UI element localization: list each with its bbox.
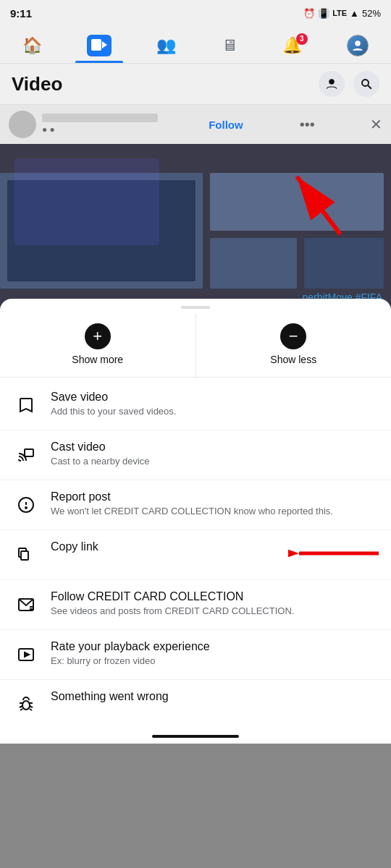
more-options-button[interactable]: ••• (300, 116, 315, 133)
cast-icon (12, 441, 41, 469)
bottom-sheet: + Show more − Show less Save video Add t… (0, 299, 391, 744)
toggle-row: + Show more − Show less (0, 313, 391, 378)
minus-icon: − (280, 323, 306, 349)
svg-rect-19 (21, 551, 28, 560)
report-post-title: Report post (51, 490, 379, 503)
report-post-item[interactable]: Report post We won't let CREDIT CARD COL… (0, 480, 391, 530)
svg-rect-11 (304, 238, 384, 289)
battery-icon: 52% (362, 8, 381, 19)
svg-point-4 (362, 80, 369, 86)
svg-rect-14 (25, 449, 33, 456)
svg-rect-8 (7, 180, 196, 281)
sidebar-item-friends[interactable]: 👥 (145, 33, 188, 58)
network-icon: LTE (332, 9, 347, 17)
something-wrong-title: Something went wrong (51, 690, 379, 703)
alarm-icon: ⏰ (303, 8, 315, 19)
copy-link-title: Copy link (51, 540, 379, 553)
report-icon (12, 490, 41, 519)
video-content (0, 144, 391, 307)
follow-collection-text: Follow CREDIT CARD COLLECTION See videos… (51, 590, 379, 618)
rate-playback-item[interactable]: Rate your playback experience Ex: blurry… (0, 630, 391, 680)
marketplace-icon: 🖥 (222, 36, 237, 55)
cast-video-text: Cast video Cast to a nearby device (51, 441, 379, 468)
plus-icon: + (85, 323, 111, 349)
post-user-text: ● ● (42, 114, 158, 135)
cast-video-item[interactable]: Cast video Cast to a nearby device (0, 430, 391, 480)
avatar (347, 35, 369, 56)
home-indicator (0, 729, 391, 744)
svg-marker-1 (102, 41, 107, 48)
follow-collection-item[interactable]: Follow CREDIT CARD COLLECTION See videos… (0, 580, 391, 630)
link-icon (12, 540, 41, 569)
sidebar-item-profile[interactable] (335, 32, 380, 59)
rate-playback-title: Rate your playback experience (51, 640, 379, 653)
svg-line-32 (20, 709, 22, 710)
video-background: perhitMove #FIFA (0, 144, 391, 307)
svg-line-5 (368, 85, 371, 89)
follow-collection-desc: See videos and posts from CREDIT CARD CO… (51, 605, 379, 618)
rate-playback-desc: Ex: blurry or frozen video (51, 655, 379, 668)
svg-line-31 (30, 706, 33, 707)
svg-point-2 (355, 41, 361, 46)
bug-icon (12, 690, 41, 719)
svg-point-27 (22, 701, 30, 710)
play-icon (12, 640, 41, 669)
sidebar-item-home[interactable]: 🏠 (11, 33, 54, 58)
post-avatar (9, 111, 36, 138)
save-video-desc: Add this to your saved videos. (51, 405, 379, 418)
status-icons: ⏰ 📳 LTE ▲ 52% (303, 8, 381, 19)
follow-button[interactable]: Follow (209, 119, 243, 131)
search-button[interactable] (353, 71, 379, 97)
header-icons (319, 71, 379, 97)
cast-video-title: Cast video (51, 441, 379, 454)
rate-playback-text: Rate your playback experience Ex: blurry… (51, 640, 379, 668)
bookmark-icon (12, 391, 41, 420)
post-username (42, 114, 158, 122)
menu-list: Save video Add this to your saved videos… (0, 380, 391, 729)
sidebar-item-marketplace[interactable]: 🖥 (210, 33, 249, 58)
post-meta: ● ● (42, 124, 55, 135)
copy-link-item[interactable]: Copy link (0, 530, 391, 580)
show-more-button[interactable]: + Show more (0, 313, 196, 377)
cast-video-desc: Cast to a nearby device (51, 455, 379, 468)
friends-icon: 👥 (156, 36, 176, 55)
account-button[interactable] (319, 71, 345, 97)
follow-icon (12, 590, 41, 619)
nav-bar: 🏠 👥 🖥 🔔 3 (0, 26, 391, 64)
show-less-button[interactable]: − Show less (196, 313, 392, 377)
video-icon (87, 35, 112, 56)
notification-badge: 3 (296, 33, 308, 45)
drag-handle (181, 306, 210, 309)
status-bar: 9:11 ⏰ 📳 LTE ▲ 52% (0, 0, 391, 26)
save-video-item[interactable]: Save video Add this to your saved videos… (0, 380, 391, 430)
sidebar-item-video[interactable] (75, 32, 123, 59)
copy-link-text: Copy link (51, 540, 379, 555)
svg-point-17 (25, 507, 27, 509)
svg-rect-10 (210, 238, 297, 289)
show-less-label: Show less (270, 354, 316, 365)
svg-marker-26 (25, 652, 29, 657)
home-icon: 🏠 (22, 36, 42, 55)
sheet-handle (0, 299, 391, 313)
svg-point-3 (329, 79, 335, 85)
report-post-text: Report post We won't let CREDIT CARD COL… (51, 490, 379, 518)
close-button[interactable]: ✕ (370, 116, 382, 133)
follow-collection-title: Follow CREDIT CARD COLLECTION (51, 590, 379, 603)
video-post-header: ● ● Follow ••• ✕ (0, 105, 391, 144)
show-more-label: Show more (72, 354, 123, 365)
post-user-info: ● ● (9, 111, 158, 138)
signal-icon: ▲ (350, 8, 359, 19)
svg-rect-0 (91, 39, 101, 51)
save-video-title: Save video (51, 391, 379, 404)
page-title: Video (12, 73, 62, 95)
something-wrong-item[interactable]: Something went wrong (0, 680, 391, 729)
sidebar-item-notifications[interactable]: 🔔 3 (271, 33, 314, 58)
svg-line-30 (20, 706, 22, 707)
video-area: ● ● Follow ••• ✕ perhitMove #FIFA (0, 105, 391, 307)
home-bar (152, 735, 239, 738)
report-post-desc: We won't let CREDIT CARD COLLECTION know… (51, 505, 379, 518)
status-time: 9:11 (10, 7, 32, 20)
svg-rect-9 (210, 173, 384, 231)
something-wrong-text: Something went wrong (51, 690, 379, 705)
vibrate-icon: 📳 (318, 8, 329, 19)
